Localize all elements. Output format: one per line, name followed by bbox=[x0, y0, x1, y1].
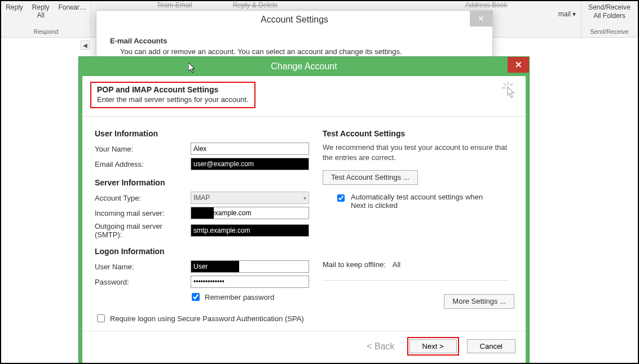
account-type-label: Account Type: bbox=[95, 194, 191, 202]
svg-line-2 bbox=[504, 83, 506, 86]
reply-delete-quickstep[interactable]: Reply & Delete bbox=[230, 1, 281, 9]
outgoing-server-label: Outgoing mail server (SMTP): bbox=[95, 222, 191, 239]
your-name-input[interactable] bbox=[191, 143, 309, 155]
remember-password-label: Remember password bbox=[205, 293, 275, 301]
account-settings-dialog: Account Settings ✕ E-mail Accounts You c… bbox=[96, 10, 493, 62]
user-name-label: User Name: bbox=[95, 263, 191, 271]
cursor-icon bbox=[188, 63, 197, 77]
email-address-input[interactable] bbox=[191, 158, 309, 170]
change-account-title-text: Change Account bbox=[271, 61, 337, 72]
password-label: Password: bbox=[95, 278, 191, 286]
header-highlight-box: POP and IMAP Account Settings Enter the … bbox=[90, 82, 255, 108]
change-account-close-button[interactable]: ✕ bbox=[508, 57, 529, 73]
next-button[interactable]: Next > bbox=[409, 339, 457, 353]
test-account-button[interactable]: Test Account Settings ... bbox=[323, 170, 418, 185]
back-button: < Back bbox=[362, 339, 399, 354]
user-information-heading: User Information bbox=[95, 129, 309, 138]
incoming-server-input[interactable] bbox=[191, 207, 309, 219]
address-book-button[interactable]: Address Book bbox=[462, 1, 511, 9]
chevron-down-icon: ▾ bbox=[303, 195, 306, 201]
password-input[interactable] bbox=[191, 276, 309, 288]
server-information-heading: Server Information bbox=[95, 178, 309, 187]
email-accounts-heading: E-mail Accounts bbox=[110, 37, 167, 45]
your-name-label: Your Name: bbox=[95, 145, 191, 153]
send-receive-button[interactable]: Send/Receive All Folders bbox=[586, 2, 633, 21]
account-settings-title-text: Account Settings bbox=[261, 15, 328, 25]
account-settings-close-button[interactable]: ✕ bbox=[470, 11, 492, 26]
respond-group-label: Respond bbox=[28, 27, 64, 36]
dialog-header-strip: POP and IMAP Account Settings Enter the … bbox=[82, 76, 526, 117]
reply-all-button[interactable]: Reply All bbox=[30, 2, 52, 20]
remember-password-checkbox[interactable] bbox=[192, 293, 200, 301]
spa-checkbox[interactable] bbox=[97, 314, 105, 322]
reply-button[interactable]: Reply bbox=[3, 2, 25, 20]
spa-label: Require logon using Secure Password Auth… bbox=[110, 314, 304, 323]
test-account-heading: Test Account Settings bbox=[323, 129, 514, 138]
next-highlight-box: Next > bbox=[407, 337, 459, 356]
logon-information-heading: Logon Information bbox=[95, 247, 309, 256]
left-form-column: User Information Your Name: Email Addres… bbox=[95, 126, 309, 326]
click-cursor-icon bbox=[500, 81, 517, 103]
more-settings-button[interactable]: More Settings ... bbox=[444, 294, 514, 309]
mail-keep-label: Mail to keep offline: bbox=[323, 260, 386, 269]
auto-test-label: Automatically test account settings when… bbox=[351, 193, 497, 210]
account-type-value: IMAP bbox=[193, 194, 210, 202]
pop-imap-subtext: Enter the mail server settings for your … bbox=[97, 95, 249, 104]
team-email-quickstep[interactable]: Team Email bbox=[153, 1, 196, 9]
send-receive-group-label: Send/Receive bbox=[584, 27, 634, 36]
mail-keep-value: All bbox=[393, 260, 400, 269]
email-accounts-subtext: You can add or remove an account. You ca… bbox=[120, 47, 482, 56]
cancel-button[interactable]: Cancel bbox=[467, 339, 515, 353]
mail-dropdown[interactable]: mail ▾ bbox=[556, 9, 578, 19]
change-account-titlebar: Change Account ✕ bbox=[79, 57, 529, 76]
user-name-input[interactable] bbox=[191, 260, 309, 273]
right-form-column: Test Account Settings We recommend that … bbox=[323, 126, 514, 326]
svg-line-3 bbox=[510, 83, 513, 86]
account-type-select: IMAP ▾ bbox=[191, 192, 309, 204]
dialog-footer: < Back Next > Cancel bbox=[82, 331, 526, 363]
auto-test-checkbox[interactable] bbox=[337, 194, 345, 202]
forward-button[interactable]: Forwar… bbox=[56, 2, 89, 20]
account-settings-title: Account Settings ✕ bbox=[96, 11, 492, 29]
change-account-dialog: Change Account ✕ POP and IMAP Account Se… bbox=[78, 56, 530, 364]
collapse-chevron-icon[interactable]: ◀ bbox=[81, 41, 90, 50]
incoming-server-label: Incoming mail server: bbox=[95, 209, 191, 217]
outgoing-server-input[interactable] bbox=[191, 224, 309, 237]
email-address-label: Email Address: bbox=[95, 160, 191, 168]
pop-imap-heading: POP and IMAP Account Settings bbox=[97, 85, 249, 94]
test-account-note: We recommend that you test your account … bbox=[323, 143, 514, 162]
